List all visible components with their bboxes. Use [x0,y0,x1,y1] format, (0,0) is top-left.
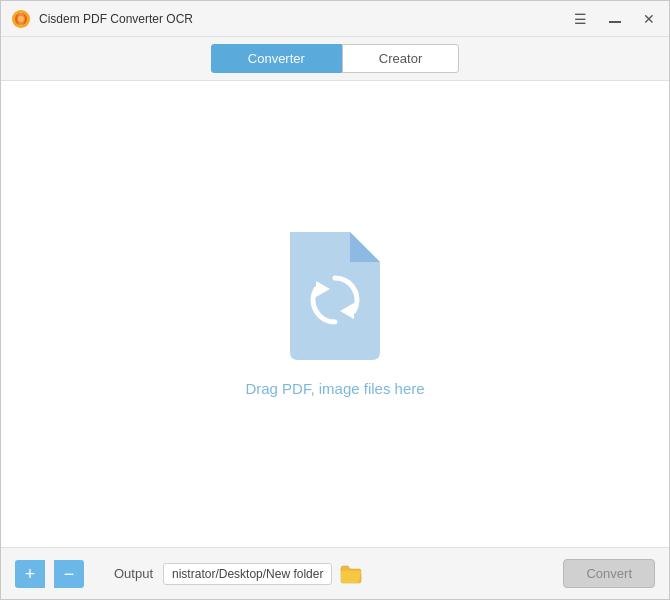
tab-converter[interactable]: Converter [211,44,342,73]
titlebar: Cisdem PDF Converter OCR ☰ ✕ [1,1,669,37]
convert-button[interactable]: Convert [563,559,655,588]
output-path: nistrator/Desktop/New folder [163,563,332,585]
main-content[interactable]: Drag PDF, image files here [1,81,669,547]
output-label: Output [114,566,153,581]
tab-creator[interactable]: Creator [342,44,459,73]
app-logo [11,9,31,29]
bottombar: + − Output nistrator/Desktop/New folder … [1,547,669,599]
drop-text: Drag PDF, image files here [245,380,424,397]
output-path-container: nistrator/Desktop/New folder [163,562,364,586]
browse-folder-button[interactable] [338,562,364,586]
tabbar: Converter Creator [1,37,669,81]
close-button[interactable]: ✕ [639,10,659,28]
minimize-button[interactable]: ☰ [570,10,591,28]
maximize-button[interactable] [605,13,625,25]
remove-file-button[interactable]: − [54,560,84,588]
window-controls: ☰ ✕ [570,10,659,28]
folder-icon [340,564,362,584]
app-window: Cisdem PDF Converter OCR ☰ ✕ Converter C… [0,0,670,600]
add-file-button[interactable]: + [15,560,45,588]
app-title: Cisdem PDF Converter OCR [39,12,570,26]
file-icon [280,232,390,362]
drop-zone[interactable]: Drag PDF, image files here [245,232,424,397]
